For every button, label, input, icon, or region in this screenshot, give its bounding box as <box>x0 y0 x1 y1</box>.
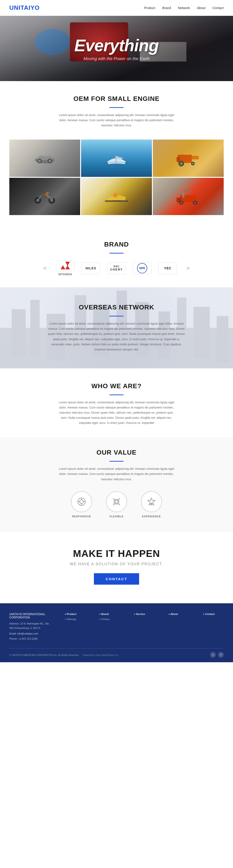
brand-logo-yec[interactable]: YEC <box>159 262 177 274</box>
svg-rect-19 <box>105 200 128 202</box>
brand-logo-chery[interactable]: SAC CHERY <box>107 262 126 274</box>
nav-product[interactable]: Product <box>144 6 155 10</box>
hero-subtitle: Moving with the Power on the Earth <box>74 56 159 61</box>
svg-rect-50 <box>115 500 118 503</box>
svg-rect-7 <box>177 157 180 162</box>
product-cell-motorcycle[interactable] <box>9 178 80 215</box>
who-title: WHO WE ARE? <box>28 382 205 390</box>
flexible-label: FLEXIBLE <box>109 515 124 518</box>
nav-network[interactable]: Network <box>178 6 190 10</box>
brand-divider <box>109 253 124 253</box>
brand-title: BRAND <box>9 241 224 248</box>
cta-title: MAKE IT HAPPEN <box>9 548 224 559</box>
hero-content: Everything Moving with the Power on the … <box>74 36 159 61</box>
svg-rect-24 <box>182 192 184 197</box>
carousel-next[interactable]: > <box>184 262 192 274</box>
svg-line-54 <box>119 504 120 505</box>
value-text: Lorem ipsum dolor sit amet, consectetuer… <box>58 466 175 482</box>
cta-subtitle: WE HAVE A SOLUTION OF YOUR PROJECT. <box>9 562 224 566</box>
brand-logos-container: MITSUBISHI NILES SAC CHERY <box>56 260 177 276</box>
contact-button[interactable]: CONTACT <box>94 573 139 585</box>
brand-logo-niles[interactable]: NILES <box>81 262 100 274</box>
network-content: OVERSEAS NETWORK Lorem ipsum dolor sit a… <box>28 304 205 352</box>
footer-brand-title[interactable]: » Brand <box>99 613 120 615</box>
nav-contact[interactable]: Contact <box>212 6 224 10</box>
oem-divider <box>109 107 124 108</box>
nav-about[interactable]: About <box>197 6 205 10</box>
carousel-prev[interactable]: < <box>41 262 49 274</box>
footer-contact-title[interactable]: » Contact <box>203 613 224 615</box>
chery-box: SAC CHERY <box>107 262 126 274</box>
product-cell-car[interactable] <box>9 140 80 177</box>
experience-icon <box>141 491 162 512</box>
value-title: OUR VALUE <box>28 449 205 456</box>
npr-text: NPR <box>137 263 147 273</box>
value-item-responsive: RESPONSIVE <box>71 491 92 518</box>
oem-text: Lorem ipsum dolor sit amet, consectetuer… <box>58 113 175 128</box>
svg-rect-32 <box>12 309 26 356</box>
svg-marker-29 <box>61 265 65 269</box>
product-cell-boat[interactable] <box>81 140 152 177</box>
product-cell-harvester[interactable] <box>153 140 224 177</box>
footer-social: t f <box>210 652 224 658</box>
footer-service-title[interactable]: » Service <box>134 613 155 615</box>
experience-label: EXPERIENCE <box>142 515 161 518</box>
value-icons: RESPONSIVE FLEXIBLE <box>28 491 205 518</box>
brand-section: BRAND < MITSUBISHI NILES <box>0 229 233 287</box>
footer-links-product: » Product » Sitemap <box>65 613 85 641</box>
flexible-icon <box>106 491 127 512</box>
brand-logo-mitsubishi[interactable]: MITSUBISHI <box>56 260 74 276</box>
footer-email[interactable]: Email: info@unitaiyo.com <box>9 631 51 636</box>
cta-section: MAKE IT HAPPEN WE HAVE A SOLUTION OF YOU… <box>0 532 233 603</box>
nav-brand[interactable]: Brand <box>162 6 171 10</box>
site-footer: UNITAIYO INTERNATIONAL CORPORATION Addre… <box>0 603 233 662</box>
footer-address: Address: 10 N. Martingale Rd., Ste. 400 … <box>9 621 51 641</box>
svg-line-53 <box>113 504 114 505</box>
product-grid <box>0 140 233 229</box>
svg-rect-17 <box>41 195 46 197</box>
footer-logo: UNITAIYO INTERNATIONAL CORPORATION <box>9 613 51 619</box>
footer-sitemap-link[interactable]: » Sitemap <box>65 618 85 621</box>
footer-links-about: » About <box>168 613 189 641</box>
niles-box: NILES <box>81 262 100 274</box>
svg-point-3 <box>38 160 41 162</box>
who-section: WHO WE ARE? Lorem ipsum dolor sit amet, … <box>0 368 233 437</box>
network-text: Lorem ipsum dolor sit amet, consectetuer… <box>46 321 187 352</box>
svg-rect-10 <box>192 156 199 159</box>
hero-title: Everything <box>74 36 159 55</box>
facebook-icon[interactable]: f <box>218 652 224 658</box>
mitsubishi-box <box>56 260 74 272</box>
product-cell-industrial[interactable] <box>153 178 224 215</box>
footer-company-sub: CORPORATION <box>9 616 51 619</box>
mitsubishi-label: MITSUBISHI <box>59 273 72 276</box>
main-nav: Product Brand Network About Contact <box>144 6 224 10</box>
site-logo[interactable]: UNITAIYO <box>9 4 40 11</box>
footer-bottom: © UNITAIYO AMERICAN CORPORATION Inc. All… <box>9 648 224 658</box>
site-header: UNITAIYO Product Brand Network About Con… <box>0 0 233 16</box>
network-section: OVERSEAS NETWORK Lorem ipsum dolor sit a… <box>0 287 233 368</box>
value-section: OUR VALUE Lorem ipsum dolor sit amet, co… <box>0 437 233 531</box>
footer-about-title[interactable]: » About <box>168 613 189 615</box>
footer-links-service: » Service <box>134 613 155 641</box>
svg-marker-30 <box>65 265 70 269</box>
footer-company: UNITAIYO INTERNATIONAL CORPORATION Addre… <box>9 613 51 641</box>
who-divider <box>109 395 124 395</box>
svg-rect-5 <box>115 156 116 163</box>
value-divider <box>109 461 124 462</box>
footer-copyright: © UNITAIYO AMERICAN CORPORATION Inc. All… <box>9 653 119 657</box>
brand-logo-npr[interactable]: NPR <box>133 262 152 274</box>
svg-point-27 <box>194 202 196 204</box>
footer-top: UNITAIYO INTERNATIONAL CORPORATION Addre… <box>9 613 224 648</box>
footer-links-brand: » Brand » Privacy <box>99 613 120 641</box>
footer-powered: Powered by Open BookPapers Co. <box>82 654 119 656</box>
svg-rect-42 <box>217 316 228 363</box>
twitter-icon[interactable]: t <box>210 652 216 658</box>
footer-privacy-link[interactable]: » Privacy <box>99 618 120 621</box>
footer-product-title[interactable]: » Product <box>65 613 85 615</box>
network-title: OVERSEAS NETWORK <box>28 304 205 311</box>
footer-copyright-text: © UNITAIYO AMERICAN CORPORATION Inc. All… <box>9 654 79 656</box>
product-cell-snowmobile[interactable] <box>81 178 152 215</box>
oem-section: OEM FOR SMALL ENGINE Lorem ipsum dolor s… <box>0 81 233 140</box>
svg-line-52 <box>119 498 120 499</box>
footer-phone: Phone: +1.847.313.2268 <box>9 637 51 641</box>
